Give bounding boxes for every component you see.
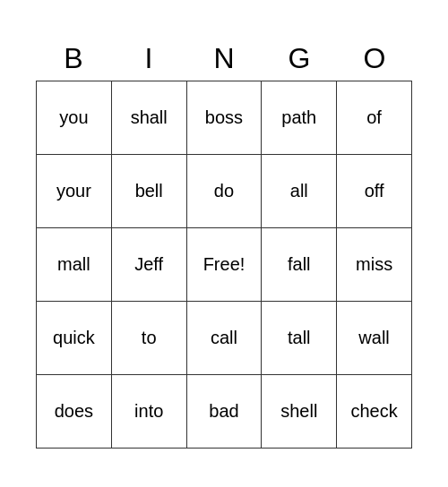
grid-cell-13: fall: [262, 228, 337, 302]
grid-cell-9: off: [337, 155, 412, 228]
grid-cell-21: into: [112, 375, 187, 449]
header-n: N: [186, 38, 262, 79]
grid-cell-16: to: [112, 302, 187, 375]
grid-cell-11: Jeff: [112, 228, 187, 302]
bingo-grid: youshallbosspathofyourbelldoalloffmallJe…: [36, 81, 412, 449]
grid-cell-3: path: [262, 81, 337, 155]
grid-cell-14: miss: [337, 228, 412, 302]
grid-cell-5: your: [37, 155, 112, 228]
grid-cell-22: bad: [187, 375, 263, 449]
grid-cell-24: check: [337, 375, 412, 449]
header-i: I: [111, 38, 186, 79]
grid-cell-15: quick: [37, 302, 112, 375]
grid-cell-2: boss: [187, 81, 263, 155]
grid-cell-12: Free!: [187, 228, 263, 302]
grid-cell-17: call: [187, 302, 263, 375]
grid-cell-8: all: [262, 155, 337, 228]
bingo-card: B I N G O youshallbosspathofyourbelldoal…: [36, 38, 412, 449]
header-g: G: [262, 38, 337, 79]
grid-cell-19: wall: [337, 302, 412, 375]
grid-cell-4: of: [337, 81, 412, 155]
header-o: O: [337, 38, 412, 79]
grid-cell-20: does: [37, 375, 112, 449]
grid-cell-7: do: [187, 155, 263, 228]
grid-cell-10: mall: [37, 228, 112, 302]
grid-cell-18: tall: [262, 302, 337, 375]
bingo-header: B I N G O: [36, 38, 412, 79]
grid-cell-23: shell: [262, 375, 337, 449]
header-b: B: [36, 38, 111, 79]
grid-cell-1: shall: [112, 81, 187, 155]
grid-cell-0: you: [37, 81, 112, 155]
grid-cell-6: bell: [112, 155, 187, 228]
